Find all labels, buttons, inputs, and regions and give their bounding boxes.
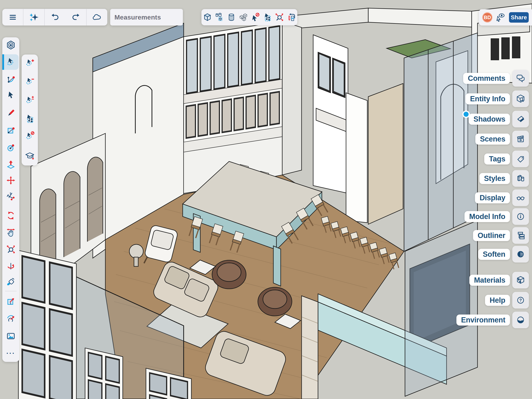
model-canvas[interactable]	[0, 0, 532, 399]
shadows-button[interactable]: Shadows	[469, 114, 510, 125]
tool-move[interactable]	[2, 174, 19, 187]
tool-turntable[interactable]	[2, 260, 19, 272]
panel-row-scenes: Scenes	[475, 130, 529, 148]
hamburger-menu-button[interactable]	[2, 9, 23, 25]
marquee-select-button[interactable]	[22, 113, 38, 125]
scenes-button[interactable]: Scenes	[475, 133, 510, 145]
shadows-icon-button[interactable]	[512, 111, 529, 127]
lasso-toggle-button[interactable]	[22, 94, 38, 106]
tool-tape-measure[interactable]: 3	[2, 190, 19, 202]
hamburger-menu-icon	[8, 13, 17, 22]
materials-button[interactable]: Materials	[469, 275, 510, 286]
comments-icon-button[interactable]	[512, 70, 529, 87]
lasso-toggle-icon	[25, 95, 35, 105]
svg-text:3: 3	[10, 192, 11, 195]
tool-sidebar: 3	[2, 37, 19, 362]
tool-rectangle[interactable]	[2, 124, 19, 137]
styles-button[interactable]: Styles	[479, 173, 510, 184]
zoom-selection-button[interactable]	[273, 9, 285, 25]
tool-push-pull[interactable]	[2, 158, 19, 171]
line-pencil-icon	[6, 108, 16, 118]
panel-row-outliner: Outliner	[473, 226, 529, 245]
tool-line[interactable]	[2, 107, 19, 119]
styles-icon-button[interactable]	[512, 170, 529, 187]
panel-row-shadows: Shadows	[469, 110, 529, 128]
deselect-cursor-icon	[251, 13, 260, 22]
shadows-icon	[516, 114, 526, 124]
soften-button[interactable]: Soften	[478, 249, 510, 260]
environment-button[interactable]: Environment	[456, 315, 510, 326]
more-tools-button[interactable]: ···	[2, 347, 19, 359]
comments-button[interactable]: Comments	[463, 73, 510, 84]
tags-button[interactable]: Tags	[484, 153, 510, 165]
entity-info-button[interactable]: Entity Info	[466, 93, 510, 104]
ai-sparkles-button[interactable]	[23, 9, 44, 25]
tool-pan[interactable]	[2, 226, 19, 239]
outliner-button[interactable]: Outliner	[473, 230, 510, 241]
rotate-icon	[6, 211, 16, 220]
move-icon	[6, 176, 16, 185]
redo-button[interactable]	[65, 9, 86, 25]
model-info-button[interactable]: Model Info	[464, 211, 510, 222]
collaborator-cursor-eye-icon[interactable]	[495, 12, 506, 22]
bookcase-unit-center	[85, 348, 123, 399]
deselect-cursor-button[interactable]	[249, 9, 261, 25]
tool-insert-image[interactable]	[2, 330, 19, 342]
undo-icon	[51, 13, 60, 22]
erase-markup-button[interactable]	[285, 9, 297, 25]
rectangle-icon	[6, 126, 16, 135]
lasso-add-button[interactable]	[22, 57, 38, 69]
help-button[interactable]: Help	[485, 295, 510, 306]
panel-row-tags: Tags	[484, 150, 529, 168]
xray-box-icon	[203, 13, 212, 22]
display-icon-button[interactable]	[512, 190, 529, 206]
comments-icon	[516, 73, 526, 83]
paint-bucket-icon	[6, 277, 16, 287]
share-button[interactable]: Share	[509, 12, 529, 23]
lasso-subtract-button[interactable]	[22, 75, 38, 88]
lasso-subtract-icon	[25, 76, 35, 86]
help-icon-button[interactable]: ?	[512, 292, 529, 309]
display-button[interactable]: Display	[475, 192, 510, 203]
scenes-icon-button[interactable]	[512, 131, 529, 147]
xray-box-button[interactable]	[202, 9, 213, 25]
tool-home-3d[interactable]	[2, 39, 19, 51]
tags-icon-button[interactable]	[512, 151, 529, 167]
lasso-deselect-button[interactable]	[22, 130, 38, 142]
tool-two-point-arc[interactable]	[2, 73, 19, 86]
marquee-select-icon	[25, 114, 35, 124]
solid-cylinder-icon	[227, 13, 236, 22]
tool-scale[interactable]	[2, 295, 19, 308]
avatar-initials: BD	[484, 14, 491, 20]
tool-zoom-extents[interactable]	[2, 243, 19, 256]
scenes-icon	[516, 134, 526, 144]
soften-icon-button[interactable]	[512, 246, 529, 263]
environment-icon-button[interactable]	[512, 312, 529, 328]
share-label: Share	[511, 14, 527, 21]
avatar[interactable]: BD	[482, 12, 492, 22]
select-instances-button[interactable]	[261, 9, 273, 25]
solid-cylinder-button[interactable]	[225, 9, 237, 25]
outliner-icon-button[interactable]	[512, 227, 529, 244]
tool-circle[interactable]	[2, 141, 19, 154]
tool-follow-me[interactable]	[2, 313, 19, 325]
measurements-input[interactable]: Measurements	[110, 9, 183, 25]
account-panel: BD Share	[479, 9, 532, 25]
materials-icon-button[interactable]	[512, 272, 529, 288]
lasso-select-icon	[6, 57, 15, 67]
cloud-status-button[interactable]	[87, 9, 107, 25]
tool-select[interactable]	[2, 89, 19, 101]
sidebar-divider	[5, 291, 17, 291]
help-icon: ?	[516, 295, 526, 305]
model-info-icon-button[interactable]	[512, 208, 529, 225]
tool-rotate[interactable]	[2, 209, 19, 222]
tool-paint-bucket[interactable]	[2, 276, 19, 288]
undo-button[interactable]	[45, 9, 65, 25]
tool-lasso-select[interactable]	[2, 54, 19, 70]
learn-button[interactable]	[22, 150, 38, 162]
copies-button[interactable]	[237, 9, 249, 25]
select-instances-icon	[263, 13, 272, 22]
make-component-button[interactable]	[213, 9, 225, 25]
entity-info-icon-button[interactable]	[512, 90, 529, 107]
styles-icon	[516, 174, 526, 183]
